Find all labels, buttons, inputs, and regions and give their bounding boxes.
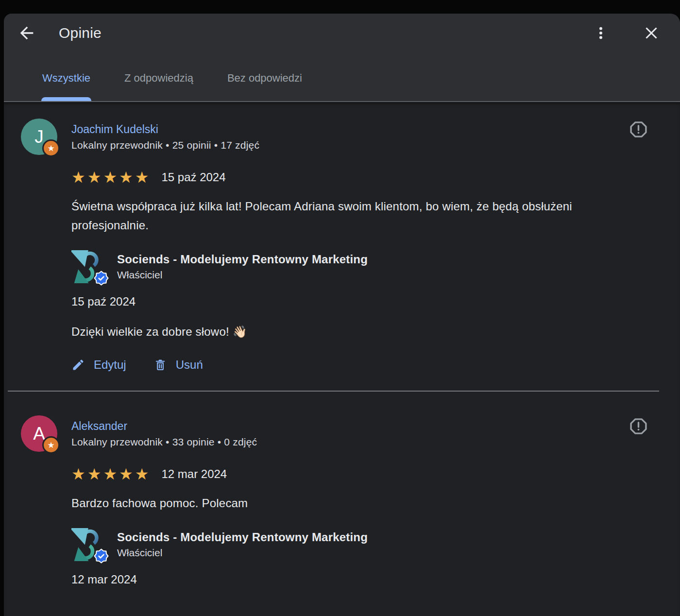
overflow-menu-button[interactable] — [590, 22, 612, 44]
edit-reply-button[interactable]: Edytuj — [71, 358, 126, 372]
reviewer-name[interactable]: Aleksander — [71, 420, 257, 433]
edit-reply-label: Edytuj — [94, 358, 126, 372]
reviewer-meta: Lokalny przewodnik • 25 opinii • 17 zdję… — [71, 139, 259, 151]
business-name: Sociends - Modelujemy Rentowny Marketing — [117, 530, 368, 544]
business-logo — [71, 250, 104, 283]
avatar[interactable]: J ★ — [21, 119, 57, 155]
arrow-left-icon — [17, 23, 36, 43]
delete-reply-button[interactable]: Usuń — [153, 358, 203, 372]
review-item: J ★ Joachim Kudelski Lokalny przewodnik … — [4, 102, 680, 372]
delete-reply-label: Usuń — [176, 358, 203, 372]
close-icon — [643, 24, 660, 42]
tab-without-reply-label: Bez odpowiedzi — [227, 72, 302, 84]
reviews-dialog: Opinie Wszystkie Z odpowiedzią Bez odpow… — [4, 14, 680, 616]
tab-all[interactable]: Wszystkie — [41, 72, 91, 101]
review-text: Świetna współpraca już kilka lat! Poleca… — [71, 197, 611, 235]
active-tab-indicator — [41, 97, 91, 101]
close-button[interactable] — [641, 22, 662, 44]
review-date: 12 mar 2024 — [161, 467, 227, 481]
review-text: Bardzo fachowa pomoc. Polecam — [71, 494, 611, 513]
reply-text: Dzięki wielkie za dobre słowo! 👋🏻 — [71, 325, 648, 339]
page-title: Opinie — [59, 25, 102, 41]
local-guide-badge-icon: ★ — [42, 436, 60, 454]
local-guide-badge-icon: ★ — [42, 139, 60, 157]
tab-all-label: Wszystkie — [42, 72, 90, 84]
review-filter-tabs: Wszystkie Z odpowiedzią Bez odpowiedzi — [41, 72, 335, 101]
reviewer-meta: Lokalny przewodnik • 33 opinie • 0 zdjęć — [71, 436, 257, 448]
avatar[interactable]: A ★ — [21, 415, 57, 452]
star-rating: ★★★★★ — [71, 466, 151, 482]
back-button[interactable] — [16, 22, 37, 44]
verified-badge-icon — [94, 548, 109, 564]
review-item: A ★ Aleksander Lokalny przewodnik • 33 o… — [4, 392, 680, 586]
business-name: Sociends - Modelujemy Rentowny Marketing — [117, 253, 368, 266]
reply-date: 15 paź 2024 — [71, 295, 648, 308]
pencil-icon — [71, 358, 85, 372]
business-logo — [71, 528, 104, 561]
business-role: Właściciel — [117, 547, 368, 559]
reviews-list: J ★ Joachim Kudelski Lokalny przewodnik … — [4, 102, 680, 616]
review-date: 15 paź 2024 — [161, 171, 225, 184]
star-rating: ★★★★★ — [71, 170, 151, 185]
trash-icon — [153, 358, 167, 372]
report-review-button[interactable] — [629, 120, 648, 139]
tab-without-reply[interactable]: Bez odpowiedzi — [226, 72, 303, 101]
dialog-header: Opinie Wszystkie Z odpowiedzią Bez odpow… — [4, 14, 680, 102]
kebab-menu-icon — [593, 25, 609, 41]
report-review-button[interactable] — [629, 416, 648, 436]
tab-with-reply-label: Z odpowiedzią — [124, 72, 193, 84]
verified-badge-icon — [94, 271, 109, 286]
octagon-exclamation-icon — [629, 417, 647, 435]
reply-actions: Edytuj Usuń — [71, 358, 648, 372]
octagon-exclamation-icon — [629, 120, 647, 138]
tab-with-reply[interactable]: Z odpowiedzią — [123, 72, 194, 101]
reviewer-name[interactable]: Joachim Kudelski — [71, 123, 259, 136]
reply-date: 12 mar 2024 — [71, 573, 648, 586]
business-role: Właściciel — [117, 269, 368, 281]
